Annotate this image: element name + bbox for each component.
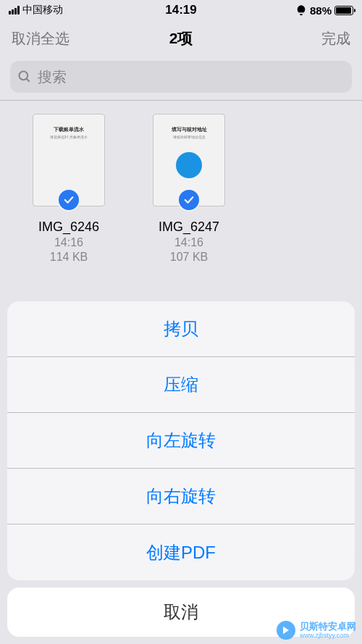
svg-line-1	[27, 79, 30, 82]
search-placeholder: 搜索	[38, 67, 67, 87]
selected-check-icon	[177, 188, 201, 212]
selected-check-icon	[57, 188, 80, 212]
file-name: IMG_6247	[159, 219, 219, 235]
deselect-all-button[interactable]: 取消全选	[12, 29, 70, 49]
carrier-name: 中国移动	[22, 4, 63, 17]
action-rotate-right[interactable]: 向右旋转	[7, 469, 355, 524]
file-size: 107 KB	[170, 251, 208, 264]
done-button[interactable]: 完成	[321, 29, 350, 49]
battery-icon	[334, 6, 353, 15]
nav-bar: 取消全选 2项 完成	[0, 20, 362, 57]
status-bar: 中国移动 14:19 88%	[0, 0, 362, 20]
file-time: 14:16	[54, 236, 83, 249]
svg-point-0	[20, 72, 28, 80]
file-name: IMG_6246	[38, 219, 99, 235]
signal-icon	[9, 6, 20, 14]
file-item[interactable]: 下载账单流水 请选择近3个月账单流水 IMG_6246 14:16 114 KB	[22, 114, 116, 264]
action-compress[interactable]: 压缩	[7, 357, 355, 413]
watermark: 贝斯特安卓网 www.zjbstyy.com	[277, 621, 356, 640]
watermark-url: www.zjbstyy.com	[300, 632, 356, 639]
action-rotate-left[interactable]: 向左旋转	[7, 413, 355, 469]
file-thumbnail: 填写与核对地址 请核对邮寄地址信息	[153, 114, 225, 206]
battery-percent: 88%	[310, 4, 332, 17]
file-size: 114 KB	[50, 251, 88, 264]
search-icon	[17, 70, 32, 84]
status-time: 14:19	[165, 3, 196, 17]
file-thumbnail: 下载账单流水 请选择近3个月账单流水	[33, 114, 105, 206]
file-item[interactable]: 填写与核对地址 请核对邮寄地址信息 IMG_6247 14:16 107 KB	[142, 114, 236, 264]
watermark-logo-icon	[277, 621, 295, 640]
action-copy[interactable]: 拷贝	[7, 301, 355, 357]
page-title: 2项	[169, 28, 193, 49]
search-input[interactable]: 搜索	[10, 61, 352, 93]
action-sheet: 拷贝 压缩 向左旋转 向右旋转 创建PDF 取消	[7, 301, 355, 637]
action-create-pdf[interactable]: 创建PDF	[7, 524, 355, 580]
watermark-name: 贝斯特安卓网	[300, 622, 356, 632]
file-time: 14:16	[174, 236, 203, 249]
alarm-icon	[295, 4, 307, 16]
